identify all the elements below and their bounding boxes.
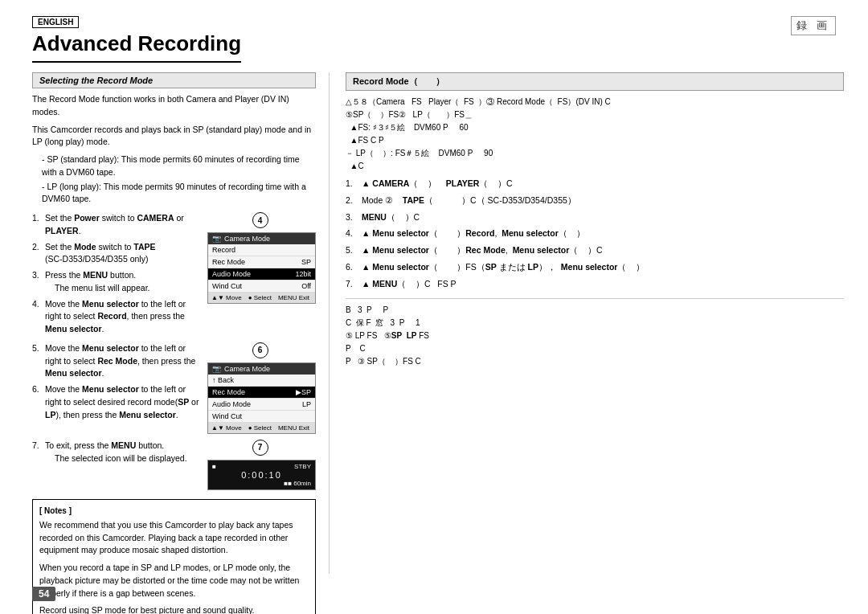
- image-block-1: 4 📷 Camera Mode Record: [207, 212, 316, 306]
- left-column: Selecting the Record Mode The Record Mod…: [32, 72, 330, 574]
- menu-1-title: 📷 Camera Mode: [208, 233, 315, 244]
- note-3: Record using SP mode for best picture an…: [39, 604, 309, 614]
- tape-time: 0:00:10: [212, 470, 311, 480]
- right-line-6: ▲C: [346, 160, 844, 173]
- steps-5-6-group: 5. Move the Menu selector to the left or…: [32, 342, 316, 436]
- notes-title: [ Notes ]: [39, 505, 309, 517]
- left-section-header: Selecting the Record Mode: [32, 72, 316, 88]
- step-1: 1. Set the Power switch to CAMERA or PLA…: [32, 212, 203, 238]
- right-step-5: 5. ▲ Menu selector（ ）Rec Mode, Menu sele…: [346, 244, 844, 257]
- steps-5-6-text: 5. Move the Menu selector to the left or…: [32, 342, 203, 425]
- step-7-group: 7. To exit, press the MENU button.The se…: [32, 440, 316, 493]
- step-5: 5. Move the Menu selector to the left or…: [32, 342, 203, 380]
- extra-line-4: P C: [346, 342, 844, 355]
- steps-1-3-group: 1. Set the Power switch to CAMERA or PLA…: [32, 212, 316, 339]
- menu2-windcut: Wind Cut: [208, 411, 315, 423]
- right-step-2: 2. Mode ② TAPE（ ）C（ SC-D353/D354/D355）: [346, 194, 844, 207]
- step-4-pre: 4. Move the Menu selector to the left or…: [32, 298, 203, 336]
- right-line-1: △５８（Camera FS Player（ FS ）③ Record Mode（…: [346, 96, 844, 108]
- step-7: 7. To exit, press the MENU button.The se…: [32, 440, 203, 465]
- menu-2: 📷 Camera Mode ↑ Back Rec Mode▶SP Audio M…: [207, 362, 316, 434]
- jp-symbols: 録 画: [791, 16, 836, 35]
- notes-box: [ Notes ] We recommend that you use this…: [32, 499, 316, 614]
- extra-line-5: P ③ SP（ ）FS C: [346, 355, 844, 368]
- right-section-header: Record Mode（ ）: [346, 72, 844, 91]
- circle-7: 7: [252, 440, 268, 456]
- intro-paragraph-1: The Record Mode function works in both C…: [32, 93, 316, 119]
- right-steps: 1. ▲ CAMERA（ ） PLAYER（ ）C 2. Mode ② TAPE…: [346, 178, 844, 290]
- right-line-5: － LP（ ）: FS＃５絵 DVM60 P 90: [346, 147, 844, 160]
- extra-line-2: C 保 F 窓 3 P 1: [346, 317, 844, 330]
- left-header: ENGLISH Advanced Recording: [32, 16, 241, 71]
- menu2-recmode: Rec Mode▶SP: [208, 387, 315, 399]
- step-2: 2. Set the Mode switch to TAPE(SC-D353/D…: [32, 241, 203, 267]
- step-3: 3. Press the MENU button.The menu list w…: [32, 269, 203, 295]
- header: ENGLISH Advanced Recording 録 画: [32, 16, 836, 71]
- right-line-3: ▲FS: ♯３♯５絵 DVM60 P 60: [346, 121, 844, 134]
- page-title: Advanced Recording: [32, 31, 241, 63]
- menu-item-windcut: Wind CutOff: [208, 280, 315, 293]
- extra-line-3: ⑤ LP FS ⑤SP LP FS: [346, 330, 844, 342]
- menu-item-recmode: Rec ModeSP: [208, 256, 315, 268]
- image-block-2: 6 📷 Camera Mode ↑ Back: [207, 342, 316, 436]
- page: ENGLISH Advanced Recording 録 画 Selecting…: [0, 0, 868, 614]
- tape-stdby: STBY: [294, 463, 311, 470]
- right-step-1: 1. ▲ CAMERA（ ） PLAYER（ ）C: [346, 178, 844, 190]
- right-column: Record Mode（ ） △５８（Camera FS Player（ FS …: [330, 72, 844, 574]
- right-step-4: 4. ▲ Menu selector（ ）Record, Menu select…: [346, 227, 844, 240]
- steps-1-3-text: 1. Set the Power switch to CAMERA or PLA…: [32, 212, 203, 339]
- bullet-lp: - LP (long play): This mode permits 90 m…: [42, 181, 316, 207]
- camera-icon-small: 📷: [212, 235, 221, 243]
- tape-mode: ■■ 60min: [212, 480, 311, 487]
- menu-2-title: 📷 Camera Mode: [208, 363, 315, 375]
- right-extra-text: B 3 P P C 保 F 窓 3 P 1 ⑤ LP FS ⑤SP LP FS …: [346, 298, 844, 368]
- right-step-3: 3. MENU（ ）C: [346, 211, 844, 224]
- menu2-back: ↑ Back: [208, 375, 315, 387]
- page-number: 54: [32, 587, 55, 601]
- note-1: We recommend that you use this Camcorder…: [39, 519, 309, 557]
- right-step-7: 7. ▲ MENU（ ）C FS P: [346, 278, 844, 291]
- menu-1: 📷 Camera Mode Record Rec ModeSP Audio Mo…: [207, 232, 316, 304]
- tape-top: ■ STBY: [212, 463, 311, 470]
- steps-area: 1. Set the Power switch to CAMERA or PLA…: [32, 212, 316, 614]
- menu-2-footer: ▲▼ Move ● Select MENU Exit: [208, 423, 315, 433]
- circle-6: 6: [252, 342, 268, 358]
- menu-item-record: Record: [208, 244, 315, 256]
- content-area: Selecting the Record Mode The Record Mod…: [32, 72, 836, 574]
- right-step-6: 6. ▲ Menu selector（ ）FS（SP または LP）， Menu…: [346, 261, 844, 274]
- right-line-4: ▲FS C P: [346, 134, 844, 147]
- extra-line-1: B 3 P P: [346, 304, 844, 317]
- menu2-audiomode: Audio ModeLP: [208, 399, 315, 411]
- tape-counter: ■ STBY 0:00:10 ■■ 60min: [207, 460, 316, 490]
- menu-1-footer: ▲▼ Move ● Select MENU Exit: [208, 293, 315, 303]
- step-6: 6. Move the Menu selector to the left or…: [32, 383, 203, 421]
- right-intro: △５８（Camera FS Player（ FS ）③ Record Mode（…: [346, 96, 844, 173]
- image-block-3: 7 ■ STBY 0:00:10 ■■ 60min: [207, 440, 316, 493]
- step-7-text: 7. To exit, press the MENU button.The se…: [32, 440, 203, 469]
- right-line-2: ⑤SP（ ）FS② LP（ ）FS＿: [346, 108, 844, 121]
- circle-4: 4: [252, 212, 268, 228]
- bullet-sp: - SP (standard play): This mode permits …: [42, 154, 316, 179]
- intro-paragraph-2: This Camcorder records and plays back in…: [32, 124, 316, 149]
- menu-item-audiomode: Audio Mode12bit: [208, 268, 315, 280]
- tape-record-icon: ■: [212, 463, 216, 470]
- language-badge: ENGLISH: [32, 16, 79, 28]
- camera-icon-small-2: 📷: [212, 365, 221, 373]
- note-2: When you record a tape in SP and LP mode…: [39, 562, 309, 600]
